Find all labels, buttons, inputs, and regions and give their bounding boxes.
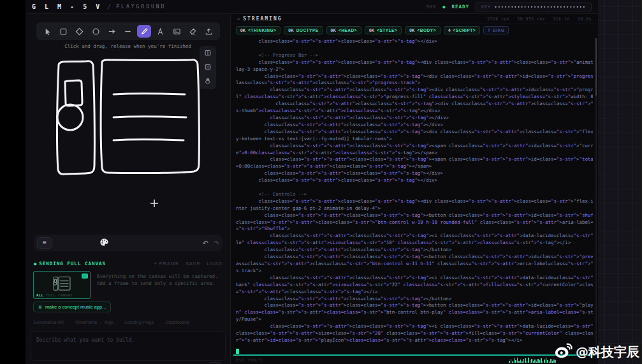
library-panel-button[interactable]: [201, 48, 214, 59]
suggestion-button[interactable]: Wireframe → App: [75, 319, 113, 325]
stat-item: 21k ln: [553, 17, 569, 22]
ellipse-tool-button[interactable]: [89, 25, 103, 38]
capture-dot: ●: [34, 261, 36, 266]
code-line: class=class="s-str">"s-attr">class=class…: [236, 143, 593, 150]
diamond-icon: [75, 27, 84, 36]
capture-description: Everything on the canvas will be capture…: [97, 273, 223, 287]
code-line: n" class=class="s-str">"s-attr">class=cl…: [236, 309, 593, 316]
prompt-input[interactable]: [31, 332, 225, 360]
stream-icon: ≈: [237, 17, 240, 22]
code-line: class=class="s-str">"s-attr">size=class=…: [236, 330, 593, 337]
line-tool-button[interactable]: [121, 25, 135, 38]
book-icon: [204, 49, 212, 59]
code-line: >0:00class=class="s-str">"s-attr">class=…: [236, 163, 593, 170]
square-icon: [59, 27, 68, 36]
sketch-small-rect: [65, 80, 82, 106]
top-bar: G L M - 5 V / PLAYGROUND SYS ● READY KEY…: [26, 0, 598, 14]
eraser-icon: [189, 27, 197, 36]
pan-tool-button[interactable]: [201, 76, 214, 87]
thumbnail-label: ALL FULL CANVAS: [36, 293, 73, 297]
scrollbar-thumb[interactable]: [595, 38, 597, 96]
code-line: class=class="s-str">"s-attr">class=class…: [236, 59, 593, 66]
diamond-tool-button[interactable]: [73, 25, 87, 38]
status-left-label: EST TOK/S: [236, 358, 263, 362]
drawing-toolbar: [36, 22, 220, 40]
suggestion-row: Generative ArtWireframe → AppLanding Pag…: [33, 319, 223, 325]
section-chip[interactable]: 4<SCRIPT>: [444, 26, 480, 34]
canvas-side-toolbar: [200, 46, 216, 89]
code-line: class=class="s-str">"s-attr">class=class…: [236, 129, 593, 136]
code-line: class=class="s-str">"s-attr">class=class…: [236, 115, 593, 122]
code-line: class=class="s-str">"s-attr">class=class…: [236, 38, 593, 45]
rectangle-tool-button[interactable]: [56, 25, 70, 38]
code-line: class=class="s-str">"s-attr">class=class…: [236, 254, 593, 261]
sketch-line-3: [113, 140, 184, 140]
stream-panel: ≈ STREAMING 2726 tok38.953 chr21k ln29.8…: [231, 14, 598, 364]
code-line: back" class=class="s-str">"s-attr">size=…: [236, 282, 593, 289]
screenshot-stage: G L M - 5 V / PLAYGROUND SYS ● READY KEY…: [0, 0, 642, 364]
key-masked-value: ••••••••••••••••••••••••••••: [495, 4, 586, 9]
sketch-tall-rect: [57, 61, 94, 174]
stream-status-bar: EST TOK/S: [231, 356, 598, 364]
api-key-field[interactable]: KEY ••••••••••••••••••••••••••••: [476, 3, 592, 11]
suggestion-button[interactable]: Landing Page: [124, 319, 154, 325]
cursor-icon: [43, 27, 52, 36]
capture-actions: + FRAME SAVE LOAD: [154, 261, 223, 266]
suggestion-button[interactable]: Dashboard: [165, 319, 189, 325]
canvas-thumbnail[interactable]: ⛶ ALL FULL CANVAS: [33, 271, 91, 299]
code-scrollbar[interactable]: [595, 38, 597, 351]
section-chip[interactable]: 0K<BODY>: [405, 26, 441, 34]
section-chip[interactable]: 0K<STYLE>: [365, 26, 402, 34]
stream-stats: 2726 tok38.953 chr21k ln29.8s: [487, 17, 592, 22]
save-button[interactable]: SAVE: [186, 261, 200, 266]
sys-label: SYS: [427, 4, 437, 10]
history-controls: ↶ ↷: [203, 240, 219, 247]
load-button[interactable]: LOAD: [207, 261, 223, 266]
capture-mode-row: ● SENDING FULL CANVAS + FRAME SAVE LOAD: [34, 261, 223, 266]
eraser-tool-button[interactable]: [186, 25, 200, 38]
code-line: class=class="s-str">"s-attr">class=class…: [236, 73, 593, 80]
randomize-button[interactable]: [201, 62, 214, 73]
redo-button[interactable]: ↷: [214, 240, 219, 247]
capture-mode-label: SENDING FULL CANVAS: [39, 261, 106, 266]
arrow-right-icon: [108, 27, 116, 36]
weibo-icon: [554, 342, 573, 361]
sketch-line-2: [113, 117, 186, 117]
app-title: G L M - 5 V: [32, 3, 102, 10]
pencil-tool-button[interactable]: [137, 25, 151, 38]
section-chip[interactable]: TDIAG: [483, 26, 509, 34]
throughput-sparkline: [509, 357, 556, 363]
code-line: nter justify-center gap-6 pt-2 animate-i…: [236, 205, 593, 212]
add-frame-button[interactable]: + FRAME: [154, 261, 179, 266]
menu-button[interactable]: ≡: [37, 237, 52, 249]
code-line: y-between text-xs text-[var(--fg-muted)]…: [236, 136, 593, 143]
prompt-chip[interactable]: ≣ make a concept music app...: [33, 302, 111, 312]
code-line: y/Pause">: [236, 316, 593, 323]
code-line: s-thumb">class=class="s-str">"s-attr">cl…: [236, 108, 593, 115]
arrow-tool-button[interactable]: [105, 25, 119, 38]
sketch-circle: [57, 105, 83, 130]
code-line: <!-- Progress Bar -->: [236, 52, 593, 59]
section-chip[interactable]: 0K<THINKING>: [236, 26, 281, 34]
text-tool-button[interactable]: [154, 25, 168, 38]
select-tool-button[interactable]: [40, 25, 54, 38]
code-line: [236, 45, 593, 52]
code-stream[interactable]: class=class="s-str">"s-attr">class=class…: [236, 38, 593, 354]
section-chip[interactable]: 0K<HEAD>: [326, 26, 361, 34]
circle-icon: [92, 27, 100, 36]
code-line: class=class="s-str">"s-attr">class=class…: [236, 302, 593, 309]
stat-item: 38.953 chr: [517, 17, 545, 22]
hand-icon: [204, 77, 212, 87]
export-tool-button[interactable]: [202, 25, 216, 38]
undo-button[interactable]: ↶: [203, 240, 208, 247]
image-tool-button[interactable]: [170, 25, 184, 38]
prompt-chip-label: make a concept music app...: [45, 304, 106, 310]
section-chip[interactable]: 0KDOCTYPE: [284, 26, 323, 34]
code-line: ="s-str">"s-attr">class=class="s-str">"s…: [236, 289, 593, 296]
code-line: [236, 184, 593, 191]
dice-icon: [204, 63, 212, 73]
crosshair-cursor: [150, 200, 158, 207]
code-line: e">0:00class=class="s-str">"s-attr">clas…: [236, 150, 593, 157]
palette-button[interactable]: [99, 238, 109, 249]
suggestion-button[interactable]: Generative Art: [33, 319, 64, 325]
